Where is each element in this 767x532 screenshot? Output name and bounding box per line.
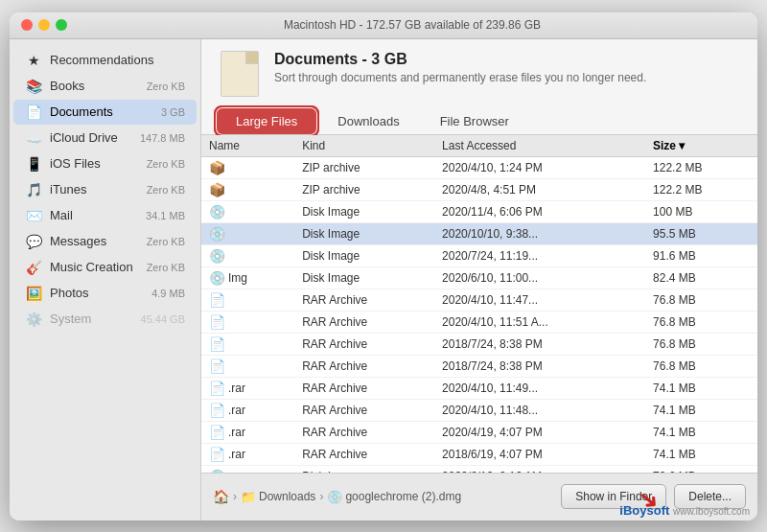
breadcrumb-downloads: 📁 Downloads [241, 490, 315, 504]
icloud-size: 147.8 MB [140, 132, 185, 144]
breadcrumb-sep-2: › [319, 490, 323, 503]
icloud-label: iCloud Drive [50, 130, 140, 145]
photos-size: 4.9 MB [151, 288, 185, 299]
sidebar-item-recommendations[interactable]: ★ Recommendations [13, 48, 197, 73]
ios-files-size: Zero KB [147, 158, 185, 170]
cell-name: 📄 [201, 333, 294, 355]
file-name: .rar [228, 404, 245, 417]
cell-kind: RAR Archive [294, 355, 434, 377]
dmg-icon: 💿 [327, 490, 342, 504]
table-row[interactable]: 📄 .rar RAR Archive 2020/4/10, 11:49... 7… [201, 377, 757, 399]
photos-label: Photos [50, 286, 151, 300]
sidebar-item-system[interactable]: ⚙️ System 45.44 GB [13, 307, 197, 332]
tab-large-files[interactable]: Large Files [217, 108, 316, 134]
table-row[interactable]: 📄 .rar RAR Archive 2020/4/19, 4:07 PM 74… [201, 421, 757, 443]
ios-files-label: iOS Files [50, 156, 147, 171]
close-button[interactable] [21, 19, 33, 31]
table-row[interactable]: 💿 Img Disk Image 2020/6/10, 11:00... 82.… [201, 266, 757, 289]
cell-name: 📄 .rar [201, 377, 294, 399]
table-row[interactable]: 📄 RAR Archive 2020/4/10, 11:47... 76.8 M… [201, 289, 757, 311]
cell-size: 91.6 MB [645, 244, 757, 266]
table-row[interactable]: 📄 RAR Archive 2020/4/10, 11:51 A... 76.8… [201, 311, 757, 333]
books-icon: 📚 [25, 78, 42, 95]
sidebar: ★ Recommendations 📚 Books Zero KB 📄 Docu… [10, 39, 201, 520]
messages-size: Zero KB [147, 236, 185, 247]
table-row[interactable]: 💿 Disk Image 2020/10/10, 9:38... 95.5 MB [201, 222, 757, 244]
cell-name: 💿 [201, 465, 294, 473]
header-area: Documents - 3 GB Sort through documents … [201, 39, 757, 134]
cell-name: 💿 [201, 244, 294, 266]
sidebar-item-documents[interactable]: 📄 Documents 3 GB [13, 100, 197, 125]
documents-label: Documents [50, 104, 161, 119]
doc-description: Sort through documents and permanently e… [274, 71, 646, 84]
sidebar-item-itunes[interactable]: 🎵 iTunes Zero KB [13, 177, 197, 202]
cell-name: 📄 .rar [201, 421, 294, 443]
file-icon: 💿 [209, 226, 224, 242]
col-name: Name [201, 135, 294, 157]
recommendations-icon: ★ [25, 52, 42, 69]
cell-accessed: 2020/7/24, 11:19... [434, 244, 645, 266]
system-size: 45.44 GB [141, 313, 185, 325]
file-icon: 📄 [209, 403, 224, 418]
sidebar-item-icloud[interactable]: ☁️ iCloud Drive 147.8 MB [13, 126, 197, 150]
sidebar-item-messages[interactable]: 💬 Messages Zero KB [13, 229, 197, 254]
cell-accessed: 2020/4/10, 11:47... [434, 289, 645, 311]
file-icon: 📦 [209, 160, 224, 175]
cell-kind: Disk Image [294, 222, 434, 244]
doc-title: Documents - 3 GB [274, 51, 646, 68]
cell-kind: RAR Archive [294, 399, 434, 421]
cell-accessed: 2020/4/10, 11:51 A... [434, 311, 645, 333]
books-size: Zero KB [147, 81, 185, 92]
cell-name: 📄 [201, 289, 294, 311]
cell-size: 100 MB [645, 200, 757, 222]
title-bar: Macintosh HD - 172.57 GB available of 23… [10, 12, 757, 39]
table-row[interactable]: 📦 ZIP archive 2020/4/10, 1:24 PM 122.2 M… [201, 156, 757, 178]
sidebar-item-mail[interactable]: ✉️ Mail 34.1 MB [13, 203, 197, 228]
sidebar-item-ios-files[interactable]: 📱 iOS Files Zero KB [13, 151, 197, 176]
table-row[interactable]: 📦 ZIP archive 2020/4/8, 4:51 PM 122.2 MB [201, 178, 757, 200]
file-icon: 📄 [209, 336, 224, 352]
cell-name: 📦 [201, 156, 294, 178]
cell-kind: Disk Image [294, 200, 434, 222]
cell-kind: Disk Image [294, 244, 434, 266]
table-row[interactable]: 📄 RAR Archive 2018/7/24, 8:38 PM 76.8 MB [201, 333, 757, 355]
cell-size: 122.2 MB [645, 178, 757, 200]
music-creation-size: Zero KB [147, 262, 185, 273]
itunes-size: Zero KB [147, 184, 185, 196]
cell-kind: RAR Archive [294, 289, 434, 311]
doc-info: Documents - 3 GB Sort through documents … [274, 51, 646, 84]
cell-size: 122.2 MB [645, 156, 757, 178]
tab-file-browser[interactable]: File Browser [421, 108, 528, 134]
cell-name: 📄 [201, 355, 294, 377]
maximize-button[interactable] [56, 19, 67, 31]
music-creation-label: Music Creation [50, 260, 147, 274]
file-table-area[interactable]: Name Kind Last Accessed Size ▾ 📦 ZIP arc… [201, 134, 757, 473]
file-icon: 💿 [209, 270, 224, 286]
cell-accessed: 2020/11/4, 6:06 PM [434, 200, 645, 222]
col-size[interactable]: Size ▾ [645, 135, 757, 157]
sidebar-item-books[interactable]: 📚 Books Zero KB [13, 74, 197, 99]
table-row[interactable]: 📄 .rar RAR Archive 2020/4/10, 11:48... 7… [201, 399, 757, 421]
file-name: .rar [228, 382, 245, 395]
table-row[interactable]: 💿 Disk Image 2020/7/24, 11:19... 91.6 MB [201, 244, 757, 266]
cell-kind: ZIP archive [294, 156, 434, 178]
cell-size: 70.6 MB [645, 465, 757, 473]
table-row[interactable]: 💿 Disk Image 2020/11/4, 6:06 PM 100 MB [201, 200, 757, 222]
bottom-bar: 🏠 › 📁 Downloads › 💿 googlechrome (2).dmg… [201, 473, 757, 520]
file-icon: 💿 [209, 204, 224, 220]
messages-label: Messages [50, 234, 147, 248]
sidebar-item-music-creation[interactable]: 🎸 Music Creation Zero KB [13, 255, 197, 280]
table-row[interactable]: 📄 RAR Archive 2018/7/24, 8:38 PM 76.8 MB [201, 355, 757, 377]
tab-downloads[interactable]: Downloads [318, 108, 418, 134]
table-row[interactable]: 📄 .rar RAR Archive 2018/6/19, 4:07 PM 74… [201, 443, 757, 465]
photos-icon: 🖼️ [25, 285, 42, 302]
sidebar-item-photos[interactable]: 🖼️ Photos 4.9 MB [13, 281, 197, 306]
tabs-row: Large FilesDownloadsFile Browser [217, 108, 742, 134]
cell-accessed: 2020/6/10, 11:00... [434, 266, 645, 289]
watermark-domain: www.iboysoft.com [673, 506, 750, 517]
minimize-button[interactable] [38, 19, 50, 31]
cell-kind: Disk Image [294, 266, 434, 289]
cell-name: 📄 .rar [201, 399, 294, 421]
table-row[interactable]: 💿 Disk Image 2020/6/12, 9:16 AM 70.6 MB [201, 465, 757, 473]
cell-kind: RAR Archive [294, 421, 434, 443]
